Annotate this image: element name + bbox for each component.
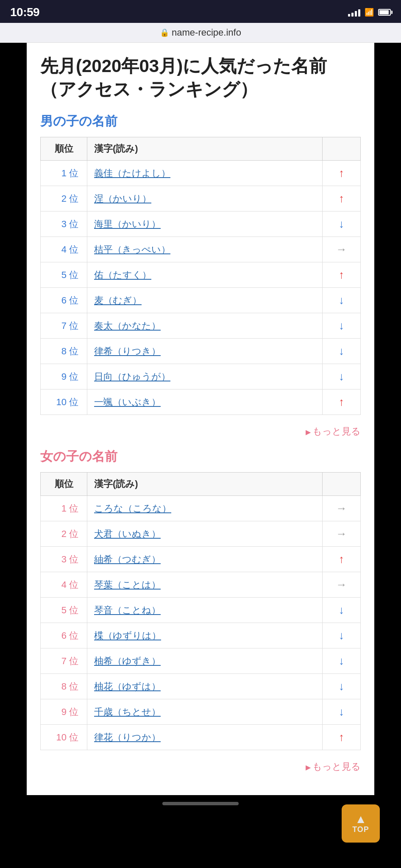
browser-chrome: 🔒 name-recipe.info bbox=[0, 23, 401, 43]
rank-number: 2 位 bbox=[61, 529, 78, 539]
trend-cell: ↓ bbox=[323, 288, 361, 313]
rank-number: 6 位 bbox=[61, 630, 78, 641]
name-cell[interactable]: 楪（ゆずりは） bbox=[87, 623, 323, 648]
table-row: 8 位律希（りつき）↓ bbox=[41, 339, 361, 364]
trend-cell: ↑ bbox=[323, 186, 361, 211]
rank-number: 7 位 bbox=[61, 320, 78, 331]
name-link[interactable]: 犬君（いぬき） bbox=[94, 529, 161, 539]
girls-ranking-table: 順位 漢字(読み) 1 位ころな（ころな）→2 位犬君（いぬき）→3 位紬希（つ… bbox=[40, 472, 361, 750]
trend-cell: → bbox=[323, 521, 361, 547]
name-cell[interactable]: 海里（かいり） bbox=[87, 211, 323, 237]
name-link[interactable]: 佑（たすく） bbox=[94, 270, 151, 280]
trend-up-icon: ↑ bbox=[339, 395, 344, 408]
girls-col-name: 漢字(読み) bbox=[87, 473, 323, 496]
rank-cell: 10 位 bbox=[41, 725, 87, 750]
table-row: 7 位柚希（ゆずき）↓ bbox=[41, 648, 361, 674]
name-link[interactable]: 千歳（ちとせ） bbox=[94, 707, 161, 717]
rank-cell: 7 位 bbox=[41, 313, 87, 339]
name-cell[interactable]: 千歳（ちとせ） bbox=[87, 699, 323, 725]
top-button[interactable]: ▲ TOP bbox=[342, 804, 380, 843]
rank-number: 5 位 bbox=[61, 605, 78, 615]
rank-cell: 4 位 bbox=[41, 237, 87, 262]
boys-more-link[interactable]: もっと見る bbox=[306, 426, 361, 437]
status-bar: 10:59 📶 bbox=[0, 0, 401, 23]
name-cell[interactable]: 犬君（いぬき） bbox=[87, 521, 323, 547]
name-link[interactable]: 柚希（ゆずき） bbox=[94, 656, 161, 666]
signal-icon bbox=[348, 8, 360, 17]
trend-up-icon: ↑ bbox=[339, 192, 344, 205]
girls-section-heading: 女の子の名前 bbox=[40, 448, 361, 465]
name-link[interactable]: ころな（ころな） bbox=[94, 503, 171, 514]
rank-number: 1 位 bbox=[61, 168, 78, 178]
rank-cell: 9 位 bbox=[41, 364, 87, 389]
rank-cell: 8 位 bbox=[41, 339, 87, 364]
table-row: 4 位琴葉（ことは）→ bbox=[41, 572, 361, 598]
name-link[interactable]: 楪（ゆずりは） bbox=[94, 630, 161, 641]
name-link[interactable]: 奏太（かなた） bbox=[94, 320, 161, 331]
name-link[interactable]: 琴葉（ことは） bbox=[94, 579, 161, 590]
name-link[interactable]: 麦（むぎ） bbox=[94, 295, 142, 306]
table-row: 2 位涅（かいり）↑ bbox=[41, 186, 361, 211]
table-row: 8 位柚花（ゆずは）↓ bbox=[41, 674, 361, 699]
address-bar[interactable]: 🔒 name-recipe.info bbox=[160, 27, 241, 38]
name-cell[interactable]: 麦（むぎ） bbox=[87, 288, 323, 313]
name-cell[interactable]: 佑（たすく） bbox=[87, 262, 323, 288]
trend-cell: → bbox=[323, 572, 361, 598]
girls-more-link[interactable]: もっと見る bbox=[306, 761, 361, 772]
main-content: 先月(2020年03月)に人気だった名前（アクセス・ランキング） 男の子の名前 … bbox=[27, 43, 374, 795]
trend-down-icon: ↓ bbox=[339, 604, 344, 616]
name-link[interactable]: 涅（かいり） bbox=[94, 193, 151, 204]
trend-cell: ↓ bbox=[323, 598, 361, 623]
trend-cell: ↓ bbox=[323, 364, 361, 389]
name-link[interactable]: 律花（りつか） bbox=[94, 732, 161, 743]
name-cell[interactable]: 義佳（たけよし） bbox=[87, 161, 323, 186]
name-link[interactable]: 海里（かいり） bbox=[94, 219, 161, 229]
name-link[interactable]: 日向（ひゅうが） bbox=[94, 371, 170, 382]
name-link[interactable]: 義佳（たけよし） bbox=[94, 168, 170, 178]
battery-icon bbox=[378, 9, 391, 16]
name-cell[interactable]: 琴音（ことね） bbox=[87, 598, 323, 623]
trend-down-icon: ↓ bbox=[339, 345, 344, 357]
name-link[interactable]: 一颯（いぶき） bbox=[94, 397, 161, 407]
rank-number: 3 位 bbox=[61, 219, 78, 229]
page-title: 先月(2020年03月)に人気だった名前（アクセス・ランキング） bbox=[40, 55, 361, 101]
name-cell[interactable]: 日向（ひゅうが） bbox=[87, 364, 323, 389]
rank-number: 4 位 bbox=[61, 244, 78, 255]
name-cell[interactable]: 柚花（ゆずは） bbox=[87, 674, 323, 699]
boys-section-heading: 男の子の名前 bbox=[40, 113, 361, 130]
name-cell[interactable]: 律希（りつき） bbox=[87, 339, 323, 364]
name-cell[interactable]: ころな（ころな） bbox=[87, 496, 323, 521]
trend-down-icon: ↓ bbox=[339, 370, 344, 383]
boys-col-rank: 順位 bbox=[41, 137, 87, 161]
table-row: 1 位ころな（ころな）→ bbox=[41, 496, 361, 521]
rank-number: 10 位 bbox=[56, 732, 78, 743]
name-cell[interactable]: 涅（かいり） bbox=[87, 186, 323, 211]
rank-number: 9 位 bbox=[61, 371, 78, 382]
name-cell[interactable]: 律花（りつか） bbox=[87, 725, 323, 750]
name-cell[interactable]: 桔平（きっぺい） bbox=[87, 237, 323, 262]
rank-number: 7 位 bbox=[61, 656, 78, 666]
name-link[interactable]: 桔平（きっぺい） bbox=[94, 244, 170, 255]
home-bar bbox=[0, 795, 401, 810]
girls-more-link-row: もっと見る bbox=[40, 756, 361, 783]
name-cell[interactable]: 柚希（ゆずき） bbox=[87, 648, 323, 674]
name-cell[interactable]: 紬希（つむぎ） bbox=[87, 547, 323, 572]
name-link[interactable]: 柚花（ゆずは） bbox=[94, 681, 161, 692]
table-row: 5 位佑（たすく）↑ bbox=[41, 262, 361, 288]
name-link[interactable]: 琴音（ことね） bbox=[94, 605, 161, 615]
name-cell[interactable]: 琴葉（ことは） bbox=[87, 572, 323, 598]
girls-col-trend bbox=[323, 473, 361, 496]
trend-right-icon: → bbox=[336, 502, 347, 515]
name-cell[interactable]: 一颯（いぶき） bbox=[87, 389, 323, 415]
url-display: name-recipe.info bbox=[172, 27, 241, 38]
home-indicator bbox=[162, 802, 239, 805]
name-cell[interactable]: 奏太（かなた） bbox=[87, 313, 323, 339]
trend-cell: ↓ bbox=[323, 623, 361, 648]
rank-cell: 1 位 bbox=[41, 161, 87, 186]
name-link[interactable]: 律希（りつき） bbox=[94, 346, 161, 356]
table-row: 10 位律花（りつか）↑ bbox=[41, 725, 361, 750]
trend-down-icon: ↓ bbox=[339, 217, 344, 230]
table-row: 6 位麦（むぎ）↓ bbox=[41, 288, 361, 313]
name-link[interactable]: 紬希（つむぎ） bbox=[94, 554, 161, 565]
trend-down-icon: ↓ bbox=[339, 629, 344, 642]
